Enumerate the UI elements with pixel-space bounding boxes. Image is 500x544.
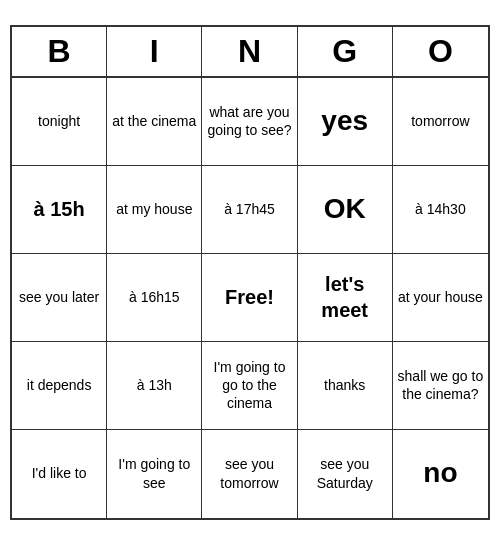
cell-text: à 17h45: [224, 200, 275, 218]
bingo-cell[interactable]: I'm going to go to the cinema: [202, 342, 297, 430]
bingo-cell[interactable]: I'm going to see: [107, 430, 202, 518]
cell-text: what are you going to see?: [206, 103, 292, 139]
bingo-cell[interactable]: à 15h: [12, 166, 107, 254]
bingo-grid: tonightat the cinemawhat are you going t…: [12, 78, 488, 518]
cell-text: yes: [321, 103, 368, 139]
cell-text: no: [423, 455, 457, 491]
bingo-cell[interactable]: tomorrow: [393, 78, 488, 166]
header-letter: B: [12, 27, 107, 76]
bingo-cell[interactable]: let's meet: [298, 254, 393, 342]
bingo-cell[interactable]: yes: [298, 78, 393, 166]
header-letter: N: [202, 27, 297, 76]
cell-text: à 14h30: [415, 200, 466, 218]
bingo-header: BINGO: [12, 27, 488, 78]
bingo-cell[interactable]: it depends: [12, 342, 107, 430]
cell-text: OK: [324, 191, 366, 227]
header-letter: I: [107, 27, 202, 76]
bingo-cell[interactable]: at your house: [393, 254, 488, 342]
header-letter: O: [393, 27, 488, 76]
cell-text: I'm going to see: [111, 455, 197, 491]
cell-text: at the cinema: [112, 112, 196, 130]
bingo-board: BINGO tonightat the cinemawhat are you g…: [10, 25, 490, 520]
bingo-cell[interactable]: no: [393, 430, 488, 518]
bingo-cell[interactable]: à 16h15: [107, 254, 202, 342]
bingo-cell[interactable]: à 14h30: [393, 166, 488, 254]
bingo-cell[interactable]: shall we go to the cinema?: [393, 342, 488, 430]
cell-text: tonight: [38, 112, 80, 130]
bingo-cell[interactable]: tonight: [12, 78, 107, 166]
bingo-cell[interactable]: à 13h: [107, 342, 202, 430]
bingo-cell[interactable]: see you later: [12, 254, 107, 342]
cell-text: I'm going to go to the cinema: [206, 358, 292, 413]
header-letter: G: [298, 27, 393, 76]
cell-text: tomorrow: [411, 112, 469, 130]
bingo-cell[interactable]: at the cinema: [107, 78, 202, 166]
bingo-cell[interactable]: à 17h45: [202, 166, 297, 254]
cell-text: see you Saturday: [302, 455, 388, 491]
cell-text: à 13h: [137, 376, 172, 394]
bingo-cell[interactable]: at my house: [107, 166, 202, 254]
cell-text: see you later: [19, 288, 99, 306]
bingo-cell[interactable]: see you Saturday: [298, 430, 393, 518]
cell-text: it depends: [27, 376, 92, 394]
bingo-cell[interactable]: see you tomorrow: [202, 430, 297, 518]
bingo-cell[interactable]: thanks: [298, 342, 393, 430]
bingo-cell[interactable]: Free!: [202, 254, 297, 342]
cell-text: let's meet: [302, 271, 388, 323]
cell-text: see you tomorrow: [206, 455, 292, 491]
cell-text: à 15h: [34, 196, 85, 222]
cell-text: shall we go to the cinema?: [397, 367, 484, 403]
cell-text: à 16h15: [129, 288, 180, 306]
bingo-cell[interactable]: OK: [298, 166, 393, 254]
cell-text: I'd like to: [32, 464, 87, 482]
bingo-cell[interactable]: what are you going to see?: [202, 78, 297, 166]
cell-text: thanks: [324, 376, 365, 394]
bingo-cell[interactable]: I'd like to: [12, 430, 107, 518]
cell-text: at my house: [116, 200, 192, 218]
cell-text: at your house: [398, 288, 483, 306]
cell-text: Free!: [225, 284, 274, 310]
